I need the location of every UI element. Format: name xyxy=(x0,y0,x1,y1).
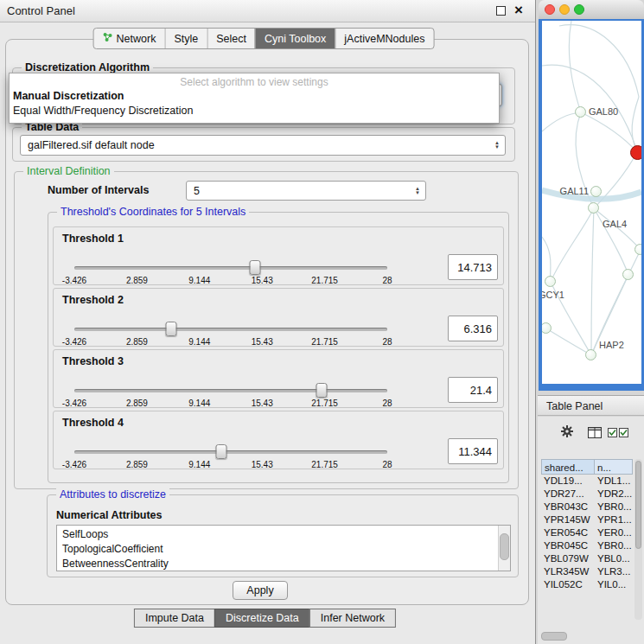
threshold-panel: Threshold 1 -3.4262.8599.14415.4321.7152… xyxy=(53,226,504,285)
slider-thumb[interactable] xyxy=(216,444,227,459)
table-panel: shared... n... YDL19... YDL1... YDR27...… xyxy=(538,417,644,644)
slider-thumb[interactable] xyxy=(316,383,327,398)
threshold-list: Threshold 1 -3.4262.8599.14415.4321.7152… xyxy=(53,226,504,472)
zoom-traffic-light-icon[interactable] xyxy=(574,4,584,15)
threshold-slider[interactable] xyxy=(74,444,387,460)
group-title-thresholds: Threshold's Coordinates for 5 Intervals xyxy=(57,206,249,218)
cell-name: YBL0... xyxy=(595,552,633,565)
table-row[interactable]: YPR145W YPR1... xyxy=(541,513,633,526)
node-label: HAP2 xyxy=(599,340,624,350)
threshold-label: Threshold 4 xyxy=(62,417,124,429)
slider-track[interactable] xyxy=(74,328,387,331)
threshold-panel: Threshold 3 -3.4262.8599.14415.4321.7152… xyxy=(53,349,504,408)
threshold-slider[interactable] xyxy=(74,322,387,337)
algorithm-dropdown-popup: Select algorithm to view settings Manual… xyxy=(9,73,500,124)
node-circle xyxy=(622,269,634,280)
tick-label: 2.859 xyxy=(126,276,148,285)
threshold-slider[interactable] xyxy=(74,383,387,399)
minimize-traffic-light-icon[interactable] xyxy=(559,4,570,15)
settings-gear-icon[interactable] xyxy=(560,424,574,438)
tick-label: 9.144 xyxy=(188,460,210,469)
group-title-attributes: Attributes to discretize xyxy=(56,488,169,501)
cell-name: YPR1... xyxy=(595,513,633,526)
select-columns-checkboxes-icon[interactable] xyxy=(608,428,628,437)
slider-thumb[interactable] xyxy=(249,260,260,275)
node-label: GCY1 xyxy=(542,290,564,300)
network-tab-icon xyxy=(103,32,113,45)
slider-track[interactable] xyxy=(74,389,387,392)
threshold-panel: Threshold 4 -3.4262.8599.14415.4321.7152… xyxy=(53,411,504,469)
slider-track[interactable] xyxy=(74,266,387,270)
tab-label: Network xyxy=(117,33,156,45)
mac-titlebar xyxy=(539,0,644,20)
table-data-group: Table Data galFiltered.sif default node … xyxy=(12,127,515,162)
attributes-scrollbar[interactable] xyxy=(498,526,510,571)
tick-label: 9.144 xyxy=(188,276,210,285)
cell-shared-name: YBR045C xyxy=(541,539,595,552)
float-window-icon[interactable] xyxy=(496,6,506,16)
table-horizontal-scrollbar[interactable] xyxy=(541,632,567,641)
numerical-attributes-list[interactable]: SelfLoopsTopologicalCoefficientBetweenne… xyxy=(56,525,511,571)
table-row[interactable]: YBL079W YBL0... xyxy=(541,552,633,565)
num-intervals-select[interactable]: 5 ▲▼ xyxy=(186,181,426,201)
slider-scale: -3.4262.8599.14415.4321.71528 xyxy=(74,337,387,348)
attributes-group: Attributes to discretize Numerical Attri… xyxy=(47,494,519,577)
tab-label: Select xyxy=(216,33,246,45)
tab[interactable]: Select xyxy=(207,29,255,48)
node-label: GAL4 xyxy=(603,219,627,229)
table-row[interactable]: YBR043C YBR0... xyxy=(541,501,633,513)
column-header-shared-name[interactable]: shared... xyxy=(541,459,595,475)
table-vertical-scrollbar[interactable] xyxy=(634,459,642,620)
attribute-item[interactable]: BetweennessCentrality xyxy=(57,557,510,571)
scrollbar-thumb[interactable] xyxy=(500,533,509,560)
show-columns-icon[interactable] xyxy=(588,427,602,438)
table-header-row: shared... n... xyxy=(541,459,633,475)
tick-label: 15.43 xyxy=(252,337,273,347)
cell-name: YIL0... xyxy=(595,578,633,591)
close-traffic-light-icon[interactable] xyxy=(545,4,555,15)
bottom-tab[interactable]: Impute Data xyxy=(134,609,215,628)
tab[interactable]: Cyni Toolbox xyxy=(255,29,335,48)
bottom-tab[interactable]: Infer Network xyxy=(309,609,396,628)
numerical-attributes-label: Numerical Attributes xyxy=(56,509,162,521)
panel-title: Control Panel xyxy=(7,4,75,17)
attribute-item[interactable]: TopologicalCoefficient xyxy=(57,542,510,557)
dropdown-option[interactable]: Manual Discretization xyxy=(10,89,499,104)
scrollbar-thumb[interactable] xyxy=(635,461,641,549)
threshold-value-field[interactable] xyxy=(448,316,498,341)
slider-scale: -3.4262.8599.14415.4321.71528 xyxy=(74,276,387,286)
column-header-name[interactable]: n... xyxy=(595,459,633,475)
bottom-tab[interactable]: Discretize Data xyxy=(214,609,310,628)
threshold-panel: Threshold 2 -3.4262.8599.14415.4321.7152… xyxy=(53,288,504,347)
table-row[interactable]: YIL052C YIL0... xyxy=(541,578,633,591)
apply-button[interactable]: Apply xyxy=(233,581,288,600)
close-icon[interactable]: × xyxy=(514,5,523,16)
table-row[interactable]: YBR045C YBR0... xyxy=(541,539,633,552)
table-row[interactable]: YDR27... YDR2... xyxy=(541,488,633,501)
table-row[interactable]: YLR345W YLR3... xyxy=(541,565,633,578)
table-row[interactable]: YER054C YER0... xyxy=(541,526,633,539)
threshold-value-field[interactable] xyxy=(448,254,498,280)
tick-label: 21.715 xyxy=(311,276,338,285)
table-data-select[interactable]: galFiltered.sif default node ▲▼ xyxy=(20,135,506,156)
table-row[interactable]: YDL19... YDL1... xyxy=(541,475,633,488)
node-label: GAL80 xyxy=(589,106,618,117)
dropdown-option[interactable]: Equal Width/Frequency Discretization xyxy=(10,104,499,118)
top-tabbar: Network Style Select Cyni Toolbox jActiv… xyxy=(93,28,435,49)
bottom-tabbar: Impute DataDiscretize DataInfer Network xyxy=(135,609,396,628)
tab[interactable]: jActiveMNodules xyxy=(335,29,433,48)
tab[interactable]: Network xyxy=(94,29,165,48)
attribute-item[interactable]: SelfLoops xyxy=(57,527,510,542)
window-controls: × xyxy=(496,5,523,16)
threshold-value-field[interactable] xyxy=(448,377,498,403)
tick-label: 2.859 xyxy=(126,399,148,408)
threshold-value-field[interactable] xyxy=(448,438,498,464)
threshold-slider[interactable] xyxy=(74,260,387,276)
tab[interactable]: Style xyxy=(164,29,207,48)
slider-scale: -3.4262.8599.14415.4321.71528 xyxy=(74,399,387,409)
cell-name: YER0... xyxy=(595,526,633,539)
slider-thumb[interactable] xyxy=(166,322,177,336)
slider-track[interactable] xyxy=(74,450,387,454)
network-canvas[interactable]: GAL80 GAL11 GAL4 xyxy=(542,21,641,384)
interval-definition-group: Interval Definition Number of Intervals … xyxy=(14,171,519,489)
